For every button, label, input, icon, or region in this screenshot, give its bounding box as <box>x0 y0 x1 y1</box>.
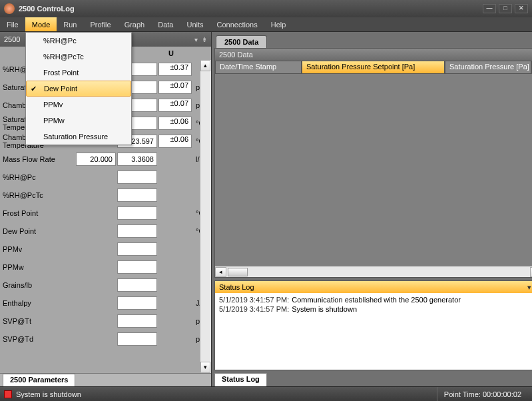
data-section: 2500 Data ▾ Date/Time StampSaturation Pr… <box>214 48 532 278</box>
parameters-title: 2500 <box>4 35 20 43</box>
app-title: 2500 ControLog <box>19 5 75 13</box>
param-row: EnthalpyJ/g <box>3 294 208 312</box>
scroll-left-icon[interactable]: ◂ <box>215 267 226 277</box>
hscroll-thumb[interactable] <box>228 268 248 276</box>
tab-status-log[interactable]: Status Log <box>214 373 267 386</box>
param-row: Grains/lb <box>3 276 208 294</box>
status-log-panel: Status Log ▾ ⇟ 5/1/2019 3:41:57 PM:Commu… <box>214 280 532 370</box>
status-log-row: 5/1/2019 3:41:57 PM:Communication establ… <box>219 296 532 304</box>
data-tabbar: 2500 Data <box>212 32 532 48</box>
mode-dropdown: %RH@Pc%RH@PcTcFrost Point✔Dew PointPPMvP… <box>25 32 132 145</box>
param-uncertainty: ±0.06 <box>158 117 192 130</box>
param-actual-input[interactable] <box>117 171 157 184</box>
param-uncertainty: ±0.07 <box>158 81 192 94</box>
menu-graph[interactable]: Graph <box>118 17 152 31</box>
status-log-message: Communication established with the 2500 … <box>292 296 461 304</box>
param-label: PPMv <box>3 245 75 253</box>
menu-connections[interactable]: Connections <box>210 17 264 31</box>
mode-item-label: PPMw <box>43 117 65 125</box>
mode-item[interactable]: ✔Dew Point <box>26 81 131 97</box>
mode-item[interactable]: %RH@Pc <box>26 33 131 49</box>
param-label: SVP@Tt <box>3 317 75 325</box>
param-row: Mass Flow Ratel/m <box>3 150 208 168</box>
param-actual-input[interactable] <box>117 224 157 238</box>
param-actual-input[interactable] <box>117 260 157 274</box>
menu-data[interactable]: Data <box>151 17 180 31</box>
mode-item-label: Saturation Pressure <box>43 133 108 141</box>
mode-item-label: Dew Point <box>44 85 77 93</box>
param-actual-input[interactable] <box>117 278 157 292</box>
param-actual-input[interactable] <box>117 206 157 220</box>
mode-item-label: Frost Point <box>43 69 79 77</box>
param-actual-input[interactable] <box>117 242 157 256</box>
param-actual-input[interactable] <box>117 189 157 202</box>
param-label: PPMw <box>3 263 75 271</box>
status-log-title: Status Log <box>219 283 254 291</box>
data-col-header[interactable]: Saturation Pressure [Pa] <box>445 61 531 74</box>
param-uncertainty: ±0.07 <box>158 99 192 112</box>
mode-item[interactable]: PPMv <box>26 97 131 113</box>
menu-units[interactable]: Units <box>180 17 210 31</box>
menu-help[interactable]: Help <box>264 17 293 31</box>
param-label: Mass Flow Rate <box>3 155 75 163</box>
param-row: %RH@PcTc <box>3 186 208 204</box>
titlebar: 2500 ControLog — □ ✕ <box>0 0 532 17</box>
right-bottom-tabs: Status Log <box>212 373 532 386</box>
mode-item[interactable]: Saturation Pressure <box>26 129 131 145</box>
data-header: 2500 Data ▾ <box>215 49 532 61</box>
mode-item[interactable]: Frost Point <box>26 65 131 81</box>
maximize-button[interactable]: □ <box>499 4 512 13</box>
tab-2500-data[interactable]: 2500 Data <box>216 35 267 48</box>
right-panel: 2500 Data 2500 Data ▾ Date/Time StampSat… <box>212 32 532 386</box>
menu-profile[interactable]: Profile <box>83 17 117 31</box>
menu-file[interactable]: File <box>0 17 25 31</box>
scroll-up-icon[interactable]: ▴ <box>200 60 210 71</box>
stop-icon <box>4 390 12 398</box>
main-area: 2500 ▾ ⇟ U %RH@Pc±0.37Saturation Pressur… <box>0 32 532 386</box>
point-time: Point Time: 00:00:00:02 <box>437 387 528 401</box>
param-actual-input[interactable] <box>117 296 157 310</box>
mode-item-label: PPMv <box>43 101 63 109</box>
data-area <box>215 74 532 266</box>
param-actual-input[interactable] <box>117 153 157 166</box>
param-label: %RH@Pc <box>3 173 75 181</box>
param-uncertainty: ±0.37 <box>158 63 192 76</box>
check-icon: ✔ <box>31 85 37 93</box>
status-log-timestamp: 5/1/2019 3:41:57 PM: <box>219 296 289 304</box>
param-row: PPMv <box>3 240 208 258</box>
scroll-down-icon[interactable]: ▾ <box>200 362 210 373</box>
param-label: %RH@PcTc <box>3 191 75 199</box>
menu-mode[interactable]: Mode <box>25 17 57 31</box>
param-actual-input[interactable] <box>117 314 157 328</box>
param-vscroll[interactable]: ▴ ▾ <box>200 60 211 373</box>
data-hscroll[interactable]: ◂ ▸ <box>215 266 532 277</box>
mode-item[interactable]: PPMw <box>26 113 131 129</box>
status-log-content: 5/1/2019 3:41:57 PM:Communication establ… <box>215 293 532 370</box>
status-log-timestamp: 5/1/2019 3:41:57 PM: <box>219 305 289 313</box>
data-column-headers: Date/Time StampSaturation Pressure Setpo… <box>215 61 532 74</box>
mode-item[interactable]: %RH@PcTc <box>26 49 131 65</box>
param-row: Frost Point°C <box>3 204 208 222</box>
menubar: File Mode Run Profile Graph Data Units C… <box>0 17 532 32</box>
menu-run[interactable]: Run <box>57 17 83 31</box>
tab-2500-parameters[interactable]: 2500 Parameters <box>3 374 75 386</box>
param-row: SVP@Tdpsia <box>3 330 208 348</box>
data-col-header[interactable]: Date/Time Stamp <box>215 61 302 74</box>
param-actual-input[interactable] <box>117 332 157 346</box>
param-row: PPMw <box>3 258 208 276</box>
param-row: SVP@Ttpsia <box>3 312 208 330</box>
data-col-header[interactable]: Saturation Pressure Setpoint [Pa] <box>302 61 445 74</box>
data-title: 2500 Data <box>219 51 253 59</box>
status-log-header: Status Log ▾ ⇟ <box>215 281 532 293</box>
close-button[interactable]: ✕ <box>515 4 528 13</box>
dropdown-icon[interactable]: ▾ <box>194 36 198 43</box>
status-log-row: 5/1/2019 3:41:57 PM:System is shutdown <box>219 305 532 313</box>
statusbar: System is shutdown Point Time: 00:00:00:… <box>0 386 532 401</box>
param-label: Enthalpy <box>3 299 75 307</box>
param-row: %RH@Pc <box>3 168 208 186</box>
param-setpoint-input[interactable] <box>76 153 116 166</box>
minimize-button[interactable]: — <box>483 4 496 13</box>
mode-item-label: %RH@PcTc <box>43 53 84 61</box>
pin-icon[interactable]: ⇟ <box>202 36 207 43</box>
app-icon <box>4 3 15 14</box>
